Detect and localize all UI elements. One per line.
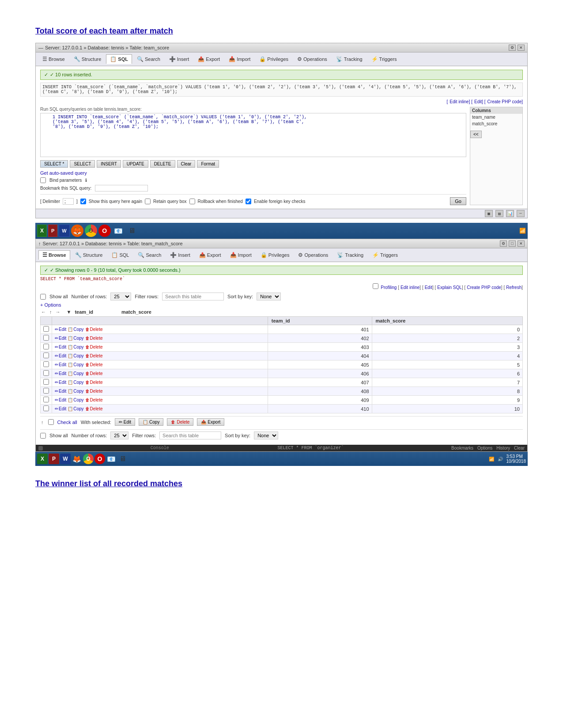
row-checkbox[interactable] <box>43 379 49 385</box>
bottom-edit-btn[interactable]: ✏ Edit <box>115 418 135 426</box>
footer-icon4[interactable]: — <box>517 210 525 217</box>
team-id-header[interactable]: team_id <box>268 317 372 325</box>
explain-sql-link[interactable]: Explain SQL <box>437 285 462 290</box>
row-edit-link[interactable]: ✏ Edit <box>55 362 66 367</box>
clear-link[interactable]: Clear <box>514 446 525 450</box>
taskbar-chrome-icon[interactable]: O <box>85 225 97 237</box>
nav1-operations[interactable]: ⚙ Operations <box>293 54 331 64</box>
row-copy-link[interactable]: 📋 Copy <box>68 327 83 332</box>
row-checkbox[interactable] <box>43 344 49 349</box>
bottom-delete-btn[interactable]: 🗑 Delete <box>167 418 193 426</box>
edit-inline-link[interactable]: Edit inline <box>450 99 469 104</box>
sys-chrome-icon[interactable]: O <box>83 454 94 464</box>
num-rows-select[interactable]: 25 50 100 <box>110 293 131 300</box>
bottom-up-arrow[interactable]: ↑ <box>40 420 45 425</box>
num-rows-select2[interactable]: 25 <box>110 432 128 439</box>
nav2-sql[interactable]: 📋 SQL <box>107 250 133 260</box>
edit-link2[interactable]: Edit <box>425 285 432 290</box>
nav1-triggers[interactable]: ⚡ Triggers <box>367 54 401 64</box>
bottom-copy-btn[interactable]: 📋 Copy <box>139 418 163 426</box>
history-link[interactable]: History <box>496 446 510 450</box>
select-btn[interactable]: SELECT <box>70 160 95 168</box>
row-delete-link[interactable]: 🗑 Delete <box>85 398 103 402</box>
bottom-export-btn[interactable]: 📤 Export <box>197 418 224 426</box>
row-copy-link[interactable]: 📋 Copy <box>68 353 83 358</box>
nav-left-arrow[interactable]: ← <box>40 309 47 315</box>
format-btn[interactable]: Format <box>197 160 219 168</box>
match-score-header[interactable]: match_score <box>372 317 523 325</box>
row-checkbox[interactable] <box>43 405 49 411</box>
row-copy-link[interactable]: 📋 Copy <box>68 362 83 367</box>
profiling-link[interactable]: Profiling <box>381 285 397 290</box>
taskbar-word-btn[interactable]: W <box>59 225 69 237</box>
nav2-search[interactable]: 🔍 Search <box>134 250 165 260</box>
footer-icon3[interactable]: 📊 <box>506 210 514 217</box>
row-checkbox[interactable] <box>43 397 49 402</box>
row-checkbox[interactable] <box>43 388 49 394</box>
nav2-privileges[interactable]: 🔒 Privileges <box>257 250 294 260</box>
window2-close-btn[interactable]: ✕ <box>518 240 525 247</box>
nav1-sql[interactable]: 📋 SQL <box>106 54 132 64</box>
options-link[interactable]: + Options <box>40 302 61 308</box>
row-edit-link[interactable]: ✏ Edit <box>55 327 66 332</box>
insert-btn[interactable]: INSERT <box>97 160 121 168</box>
nav1-browse[interactable]: ☰ Browse <box>38 54 69 64</box>
bind-params-checkbox[interactable] <box>40 177 46 183</box>
column-team-name[interactable]: team_name <box>470 114 522 120</box>
nav1-import[interactable]: 📥 Import <box>225 54 254 64</box>
row-edit-link[interactable]: ✏ Edit <box>55 371 66 376</box>
row-edit-link[interactable]: ✏ Edit <box>55 406 66 411</box>
row-checkbox[interactable] <box>43 335 49 341</box>
row-edit-link[interactable]: ✏ Edit <box>55 398 66 402</box>
row-edit-link[interactable]: ✏ Edit <box>55 353 66 358</box>
auto-saved-link[interactable]: Get auto-saved query <box>40 170 87 176</box>
row-copy-link[interactable]: 📋 Copy <box>68 371 83 376</box>
show-all-checkbox2[interactable] <box>40 433 46 439</box>
create-php-link[interactable]: Create PHP code <box>487 99 522 104</box>
delete-btn[interactable]: DELETE <box>150 160 175 168</box>
nav2-structure[interactable]: 🔧 Structure <box>71 250 107 260</box>
row-checkbox[interactable] <box>43 361 49 367</box>
row-copy-link[interactable]: 📋 Copy <box>68 398 83 402</box>
sys-word-icon[interactable]: W <box>60 454 71 464</box>
taskbar-powerpoint-btn[interactable]: P <box>48 225 57 237</box>
footer-icon1[interactable]: ▦ <box>485 210 493 217</box>
sys-opera-icon[interactable]: O <box>94 454 105 464</box>
row-edit-link[interactable]: ✏ Edit <box>55 345 66 349</box>
taskbar-opera-icon[interactable]: O <box>98 225 111 237</box>
row-delete-link[interactable]: 🗑 Delete <box>85 406 103 411</box>
nav2-export[interactable]: 📤 Export <box>195 250 225 260</box>
row-copy-link[interactable]: 📋 Copy <box>68 406 83 411</box>
taskbar-explorer-icon[interactable]: 🖥 <box>126 225 138 237</box>
show-all-checkbox[interactable] <box>40 294 46 300</box>
filter-search-input[interactable] <box>162 293 224 300</box>
show-query-checkbox[interactable] <box>80 199 86 204</box>
columns-scroll-btn[interactable]: << <box>470 131 482 138</box>
go-button[interactable]: Go <box>450 197 466 205</box>
update-btn[interactable]: UPDATE <box>123 160 148 168</box>
row-delete-link[interactable]: 🗑 Delete <box>85 336 103 341</box>
sql-textarea[interactable]: 1 INSERT INTO `team_score` (`team_name`,… <box>40 113 466 157</box>
row-copy-link[interactable]: 📋 Copy <box>68 389 83 394</box>
nav-up-arrow[interactable]: ↑ <box>49 309 53 315</box>
nav-right-arrow[interactable]: → <box>55 309 61 315</box>
nav2-operations[interactable]: ⚙ Operations <box>294 250 332 260</box>
nav1-tracking[interactable]: 📡 Tracking <box>332 54 367 64</box>
refresh-link[interactable]: Refresh <box>506 285 521 290</box>
taskbar-firefox-icon[interactable]: 🦊 <box>71 225 83 237</box>
row-delete-link[interactable]: 🗑 Delete <box>85 362 103 367</box>
retain-box-checkbox[interactable] <box>145 199 151 204</box>
profiling-checkbox[interactable] <box>373 283 378 289</box>
row-checkbox[interactable] <box>43 370 49 376</box>
nav2-import[interactable]: 📥 Import <box>226 250 256 260</box>
footer-icon2[interactable]: ▤ <box>495 210 503 217</box>
nav2-browse[interactable]: ☰ Browse <box>38 250 70 260</box>
row-copy-link[interactable]: 📋 Copy <box>68 345 83 349</box>
taskbar-mail-icon[interactable]: 📧 <box>112 225 125 237</box>
nav2-tracking[interactable]: 📡 Tracking <box>333 250 367 260</box>
foreign-keys-checkbox[interactable] <box>246 199 251 204</box>
section2-title[interactable]: The winner list of all recorded matches <box>35 479 528 488</box>
row-delete-link[interactable]: 🗑 Delete <box>85 353 103 358</box>
window2-settings-btn[interactable]: ⚙ <box>500 240 507 247</box>
row-copy-link[interactable]: 📋 Copy <box>68 380 83 385</box>
